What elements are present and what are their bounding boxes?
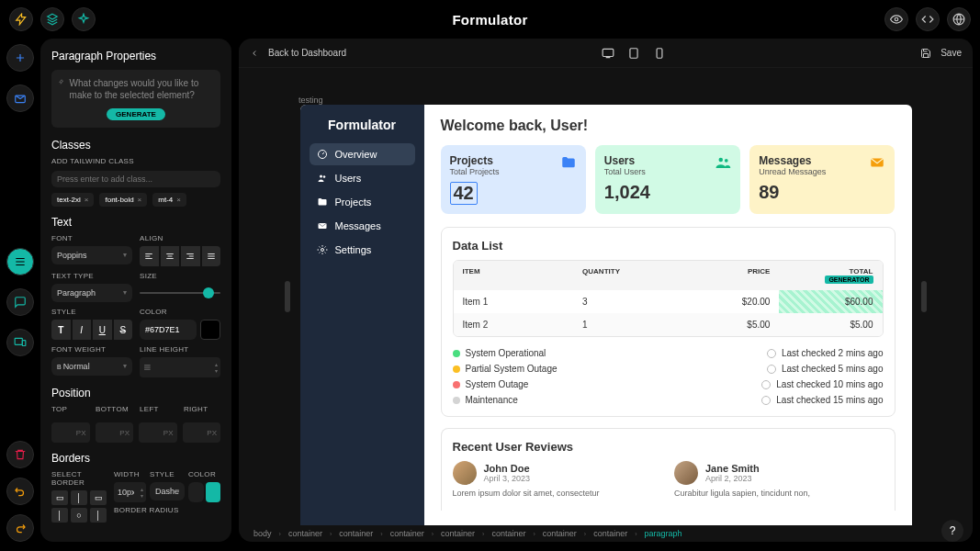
gear-icon <box>317 244 328 255</box>
card-users: Users Total Users 1,024 <box>595 145 740 214</box>
add-class-input[interactable] <box>51 171 220 187</box>
chat-icon[interactable] <box>6 288 34 316</box>
svg-rect-5 <box>603 49 614 56</box>
preview-brand: Formulator <box>310 118 415 132</box>
breadcrumb: body› container› container› container› c… <box>239 525 973 542</box>
nav-users[interactable]: Users <box>310 167 415 189</box>
border-color-swatch[interactable] <box>206 482 220 502</box>
code-icon[interactable] <box>916 7 940 31</box>
back-to-dashboard[interactable]: Back to Dashboard <box>250 48 346 58</box>
mobile-icon[interactable] <box>653 47 666 60</box>
clock-icon <box>761 396 771 405</box>
border-selector[interactable]: ▭│▭ │○│ <box>51 490 107 523</box>
nav-settings[interactable]: Settings <box>310 239 415 261</box>
bottom-input[interactable]: PX <box>96 422 134 443</box>
save-button[interactable]: Save <box>920 48 962 59</box>
svg-point-9 <box>320 175 322 178</box>
eye-icon[interactable] <box>884 7 908 31</box>
breadcrumb-item[interactable]: paragraph <box>639 528 688 539</box>
panel-title: Paragraph Properties <box>51 50 220 62</box>
color-input[interactable] <box>140 320 197 340</box>
class-chip: mt-4× <box>152 193 186 207</box>
app-title: Formulator <box>452 12 527 28</box>
class-chip: font-bold× <box>99 193 147 207</box>
nav-projects[interactable]: Projects <box>310 191 415 213</box>
breadcrumb-item[interactable]: container <box>333 528 378 539</box>
gauge-icon <box>317 149 328 160</box>
strike-icon[interactable]: S <box>114 320 133 340</box>
layers-icon[interactable] <box>40 7 64 31</box>
svg-point-14 <box>725 159 728 163</box>
remove-chip-icon[interactable]: × <box>84 196 89 204</box>
svg-rect-7 <box>657 48 662 58</box>
status-row: System OperationalLast checked 2 mins ag… <box>453 348 884 358</box>
tablet-icon[interactable] <box>627 47 640 60</box>
settings-icon[interactable] <box>6 248 34 276</box>
breadcrumb-item[interactable]: container <box>486 528 531 539</box>
line-height-input[interactable]: ▴▾ <box>140 357 220 377</box>
align-left-icon[interactable] <box>140 246 159 266</box>
clock-icon <box>761 380 771 389</box>
remove-chip-icon[interactable]: × <box>176 196 181 204</box>
breadcrumb-item[interactable]: container <box>435 528 480 539</box>
border-style-select[interactable]: Dashe <box>150 482 185 500</box>
help-button[interactable]: ? <box>941 520 963 542</box>
users-icon <box>715 154 731 171</box>
svg-point-12 <box>321 249 323 252</box>
envelope-icon <box>869 154 885 171</box>
reviews-title: Recent User Reviews <box>453 440 884 454</box>
nav-messages[interactable]: Messages <box>310 215 415 237</box>
chevron-left-icon <box>250 49 259 58</box>
color-swatch[interactable] <box>200 320 220 340</box>
welcome-heading: Welcome back, User! <box>441 118 896 134</box>
underline-icon[interactable]: U <box>93 320 112 340</box>
desktop-icon[interactable] <box>602 47 614 60</box>
clock-icon <box>767 365 776 374</box>
add-button[interactable] <box>6 44 34 72</box>
avatar <box>453 461 477 485</box>
font-weight-select[interactable]: B Normal <box>51 357 132 376</box>
right-input[interactable]: PX <box>183 422 221 443</box>
text-type-select[interactable]: Paragraph <box>51 284 132 302</box>
folder-icon <box>317 197 328 208</box>
breadcrumb-item[interactable]: container <box>283 528 328 539</box>
align-center-icon[interactable] <box>161 246 180 266</box>
status-row: MaintenanceLast checked 15 mins ago <box>453 395 884 405</box>
save-icon <box>920 48 931 59</box>
undo-icon[interactable] <box>6 478 34 505</box>
redo-icon[interactable] <box>6 514 34 542</box>
align-justify-icon[interactable] <box>202 246 221 266</box>
selected-element[interactable]: 42 <box>450 182 478 205</box>
card-messages: Messages Unread Messages 89 <box>749 145 895 214</box>
classes-section-title: Classes <box>51 139 220 152</box>
breadcrumb-item[interactable]: container <box>588 528 633 539</box>
breadcrumb-item[interactable]: container <box>385 528 430 539</box>
align-right-icon[interactable] <box>181 246 200 266</box>
bolt-icon <box>59 77 64 86</box>
globe-icon[interactable] <box>947 7 971 31</box>
inbox-icon[interactable] <box>6 84 34 112</box>
status-row: Partial System OutageLast checked 5 mins… <box>453 364 884 374</box>
left-input[interactable]: PX <box>139 422 177 443</box>
italic-icon[interactable]: I <box>73 320 92 340</box>
bold-icon[interactable]: T <box>51 320 71 340</box>
font-select[interactable]: Poppins <box>51 246 132 264</box>
remove-chip-icon[interactable]: × <box>138 196 142 204</box>
ai-prompt-text[interactable]: What changes would you like to make to t… <box>70 77 213 101</box>
bolt-icon[interactable] <box>9 7 33 31</box>
size-slider[interactable] <box>140 284 220 302</box>
card-projects: Projects Total Projects 42 <box>441 145 586 214</box>
trash-icon[interactable] <box>6 441 34 468</box>
breadcrumb-item[interactable]: body <box>248 528 277 539</box>
breadcrumb-item[interactable]: container <box>537 528 582 539</box>
class-chip: text-2xl× <box>51 193 94 207</box>
svg-point-13 <box>719 158 724 163</box>
nav-overview[interactable]: Overview <box>310 143 415 165</box>
generate-button[interactable]: GENERATE <box>107 108 165 120</box>
top-input[interactable]: PX <box>51 422 90 443</box>
avatar <box>674 461 698 485</box>
devices-icon[interactable] <box>6 329 34 356</box>
sparkle-icon[interactable] <box>72 7 96 31</box>
border-width-input[interactable]: ▴▾ <box>114 482 146 502</box>
review-item: John DoeApril 3, 2023 Lorem ipsum dolor … <box>453 461 662 500</box>
